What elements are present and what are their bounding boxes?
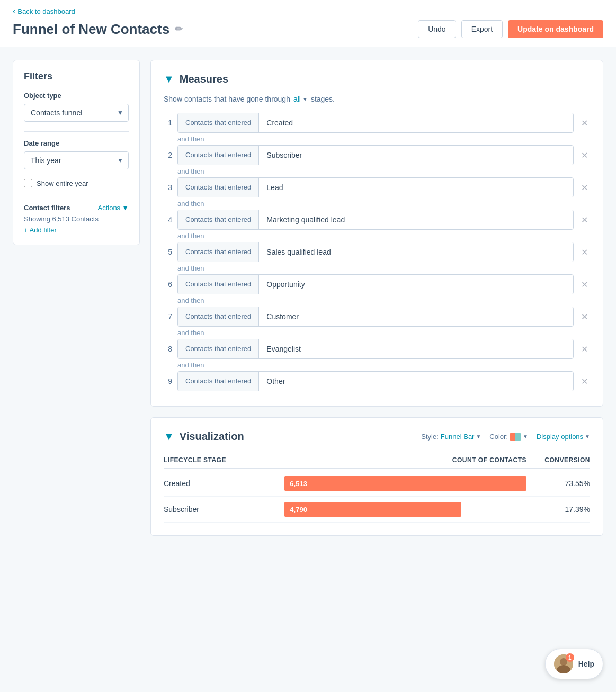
measures-card-title: Measures — [180, 73, 228, 85]
viz-bar-count: 6,513 — [290, 480, 307, 488]
stage-label: Contacts that entered — [178, 210, 259, 229]
edit-icon[interactable]: ✏ — [175, 23, 183, 35]
stage-remove-icon[interactable]: ✕ — [579, 148, 590, 163]
stage-remove-icon[interactable]: ✕ — [579, 310, 590, 324]
actions-chevron-icon: ▼ — [122, 204, 129, 212]
stage-remove-icon[interactable]: ✕ — [579, 116, 590, 130]
visualization-table: Lifecycle stage Count of Contacts Conver… — [164, 452, 590, 523]
and-then-label: and then — [177, 329, 590, 337]
stage-remove-icon[interactable]: ✕ — [579, 374, 590, 389]
stage-row: 8 Contacts that entered Evangelist ✕ — [164, 339, 590, 359]
stage-remove-icon[interactable]: ✕ — [579, 277, 590, 292]
stage-field: Contacts that entered Customer — [177, 307, 574, 327]
color-chevron-icon: ▼ — [523, 434, 528, 439]
contact-filters-label: Contact filters — [24, 204, 70, 212]
update-dashboard-button[interactable]: Update on dashboard — [508, 20, 603, 38]
stage-value: Evangelist — [259, 339, 573, 358]
viz-style-control: Style: Funnel Bar ▼ — [421, 433, 481, 441]
show-entire-year-checkbox[interactable] — [24, 179, 32, 187]
stage-value: Other — [259, 372, 573, 391]
stage-number: 9 — [164, 377, 172, 385]
viz-bar-count: 4,790 — [290, 506, 307, 514]
stage-field: Contacts that entered Created — [177, 113, 574, 133]
stage-value: Created — [259, 113, 573, 132]
stage-field: Contacts that entered Sales qualified le… — [177, 242, 574, 262]
stage-row-3: 3 Contacts that entered Lead ✕ — [164, 177, 590, 197]
viz-bar: 6,513 — [284, 476, 526, 491]
object-type-select[interactable]: Contacts funnel — [24, 104, 129, 122]
stage-label: Contacts that entered — [178, 339, 259, 358]
viz-rows-container: Created 6,513 73.55% Subscriber 4,790 17… — [164, 471, 590, 523]
back-to-dashboard-link[interactable]: Back to dashboard — [13, 6, 603, 16]
undo-button[interactable]: Undo — [418, 20, 456, 38]
viz-stage-name: Subscriber — [164, 505, 284, 514]
stage-row: 5 Contacts that entered Sales qualified … — [164, 242, 590, 262]
stage-label: Contacts that entered — [178, 372, 259, 391]
and-then-label: and then — [177, 135, 590, 143]
stage-row: 2 Contacts that entered Subscriber ✕ — [164, 145, 590, 165]
stage-field: Contacts that entered Subscriber — [177, 145, 574, 165]
stage-remove-icon[interactable]: ✕ — [579, 213, 590, 227]
actions-button[interactable]: Actions ▼ — [97, 204, 129, 212]
stage-row-9: 9 Contacts that entered Other ✕ — [164, 371, 590, 391]
show-entire-year-row: Show entire year — [24, 179, 129, 187]
viz-controls: Style: Funnel Bar ▼ Color: ▼ Display opt… — [421, 433, 590, 441]
stage-row: 1 Contacts that entered Created ✕ — [164, 113, 590, 133]
date-range-select-wrapper: This year ▼ — [24, 151, 129, 169]
display-options-button[interactable]: Display options ▼ — [537, 433, 590, 441]
stage-value: Marketing qualified lead — [259, 210, 573, 229]
top-header: Back to dashboard Funnel of New Contacts… — [0, 0, 616, 47]
stage-label: Contacts that entered — [178, 113, 259, 132]
stage-row: 7 Contacts that entered Customer ✕ — [164, 307, 590, 327]
stage-field: Contacts that entered Marketing qualifie… — [177, 210, 574, 230]
stages-description: Show contacts that have gone through all… — [164, 95, 590, 103]
stage-remove-icon[interactable]: ✕ — [579, 342, 590, 356]
stage-row-4: 4 Contacts that entered Marketing qualif… — [164, 210, 590, 230]
actions-label: Actions — [97, 204, 120, 212]
back-label: Back to dashboard — [17, 7, 75, 15]
main-content: Filters Object type Contacts funnel ▼ Da… — [0, 47, 616, 549]
divider-2 — [24, 196, 129, 196]
stage-value: Opportunity — [259, 275, 573, 294]
export-button[interactable]: Export — [461, 20, 503, 38]
stage-row-1: 1 Contacts that entered Created ✕ — [164, 113, 590, 133]
viz-bar: 4,790 — [284, 502, 461, 517]
contact-filters-header: Contact filters Actions ▼ — [24, 204, 129, 212]
stage-row-8: 8 Contacts that entered Evangelist ✕ — [164, 339, 590, 359]
viz-conversion: 73.55% — [526, 479, 590, 488]
stage-number: 3 — [164, 183, 172, 192]
viz-bar-cell: 6,513 — [284, 476, 526, 491]
and-then-label: and then — [177, 167, 590, 175]
viz-card-title: Visualization — [180, 430, 244, 443]
viz-row-0: Created 6,513 73.55% — [164, 471, 590, 497]
viz-bar-cell: 4,790 — [284, 502, 526, 517]
and-then-label: and then — [177, 264, 590, 272]
viz-conversion: 17.39% — [526, 505, 590, 514]
stage-number: 5 — [164, 248, 172, 256]
and-then-label: and then — [177, 200, 590, 208]
stage-label: Contacts that entered — [178, 242, 259, 262]
stage-number: 8 — [164, 345, 172, 353]
stage-remove-icon[interactable]: ✕ — [579, 245, 590, 259]
stage-number: 1 — [164, 119, 172, 127]
color-swatch[interactable] — [510, 433, 521, 441]
stage-row: 9 Contacts that entered Other ✕ — [164, 371, 590, 391]
stage-label: Contacts that entered — [178, 275, 259, 294]
viz-title-row: ▼ Visualization Style: Funnel Bar ▼ Colo… — [164, 430, 590, 443]
show-entire-year-label[interactable]: Show entire year — [37, 179, 88, 187]
col-count-header: Count of Contacts — [442, 456, 526, 464]
date-range-select[interactable]: This year — [24, 151, 129, 169]
date-range-label: Date range — [24, 139, 129, 147]
stage-row: 4 Contacts that entered Marketing qualif… — [164, 210, 590, 230]
add-filter-link[interactable]: + Add filter — [24, 226, 129, 234]
stages-all-link[interactable]: all ▼ — [293, 95, 308, 103]
measures-collapse-icon[interactable]: ▼ — [164, 73, 174, 85]
measures-title-row: ▼ Measures — [164, 73, 590, 85]
style-chevron-icon: ▼ — [476, 434, 481, 439]
visualization-card: ▼ Visualization Style: Funnel Bar ▼ Colo… — [150, 417, 603, 536]
stage-remove-icon[interactable]: ✕ — [579, 181, 590, 195]
col-stage-header: Lifecycle stage — [164, 456, 256, 464]
object-type-select-wrapper: Contacts funnel ▼ — [24, 104, 129, 122]
viz-collapse-icon[interactable]: ▼ — [164, 430, 174, 443]
viz-style-link[interactable]: Funnel Bar ▼ — [441, 433, 481, 441]
